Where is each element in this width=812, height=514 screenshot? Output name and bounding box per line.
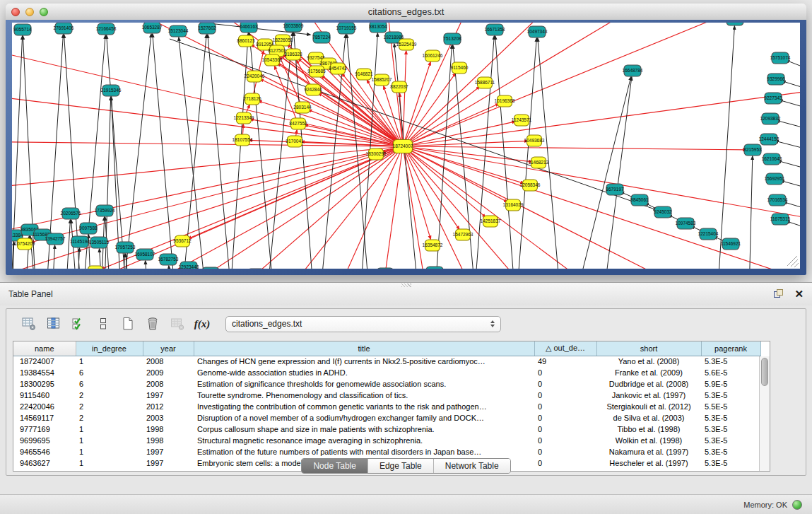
row-options-icon[interactable] (95, 315, 112, 332)
scrollbar-thumb[interactable] (761, 358, 768, 386)
graph-edge[interactable] (319, 93, 403, 146)
graph-node[interactable]: 9097588 (79, 223, 98, 234)
graph-node[interactable]: 8822037 (390, 81, 408, 93)
graph-node[interactable]: 15886711 (475, 77, 495, 88)
network-graph[interactable]: 9055714276914061216645810653287151230441… (12, 23, 800, 269)
table-row[interactable]: 977716911998Corpus callosum shape and si… (13, 424, 760, 435)
graph-edge[interactable] (260, 79, 403, 146)
graph-node[interactable]: 16033809 (283, 23, 304, 32)
graph-edge[interactable] (782, 81, 800, 90)
graph-node[interactable]: 6466163 (240, 23, 258, 33)
table-row[interactable]: 911546021997Tourette syndrome. Phenomeno… (13, 390, 760, 401)
graph-node[interactable]: 10754209 (15, 238, 35, 250)
splitter-grip[interactable] (401, 284, 411, 287)
close-panel-icon[interactable]: ✕ (794, 289, 804, 299)
graph-node[interactable]: 8679197 (606, 184, 624, 195)
zoom-window-button[interactable] (40, 8, 48, 16)
graph-edge[interactable] (403, 146, 746, 150)
function-builder-icon[interactable]: f(x) (194, 315, 211, 332)
graph-node[interactable]: 11145194 (70, 236, 90, 247)
close-window-button[interactable] (11, 8, 20, 16)
table-row[interactable]: 969969511998Structural magnetic resonanc… (13, 435, 760, 446)
graph-node[interactable]: 8813054 (369, 23, 387, 33)
graph-node[interactable]: 9242844 (304, 84, 322, 95)
graph-edge[interactable] (269, 146, 403, 269)
graph-edge[interactable] (62, 220, 70, 269)
graph-node[interactable]: 12058346 (520, 180, 541, 191)
graph-node[interactable]: 9845061 (630, 194, 649, 206)
graph-node[interactable]: 8454743 (329, 63, 347, 74)
column-header-name[interactable]: name (13, 341, 76, 356)
graph-node[interactable]: 11985324 (725, 23, 746, 25)
graph-node[interactable]: 15885207 (372, 74, 392, 86)
graph-node[interactable]: 7857224 (312, 32, 331, 43)
graph-node[interactable]: 17016534 (767, 194, 788, 206)
show-columns-icon[interactable] (45, 315, 62, 332)
graph-node[interactable]: 8427552 (289, 118, 307, 129)
table-row[interactable]: 1830029562008Estimation of significance … (13, 378, 760, 390)
graph-node[interactable]: 13505115 (89, 237, 110, 248)
graph-node[interactable]: 10493683 (524, 135, 545, 146)
graph-node[interactable]: 9463627 (425, 267, 444, 269)
graph-edge[interactable] (226, 33, 248, 269)
graph-edge[interactable] (565, 77, 631, 269)
column-header-short[interactable]: short (596, 341, 701, 356)
graph-node[interactable]: 11546921 (721, 238, 741, 250)
column-header-pagerank[interactable]: pagerank (701, 341, 760, 356)
graph-edge[interactable] (779, 100, 800, 110)
tab-node-table[interactable]: Node Table (302, 459, 368, 473)
graph-node[interactable]: 27691406 (54, 23, 74, 34)
resize-grip-icon[interactable] (787, 256, 799, 267)
graph-edge[interactable] (403, 23, 800, 146)
graph-edge[interactable] (778, 160, 800, 170)
graph-node[interactable]: 9245032 (654, 206, 672, 218)
graph-node[interactable]: 18107554 (233, 134, 253, 146)
graph-node[interactable]: 16782753 (158, 254, 179, 265)
graph-edge[interactable] (208, 35, 237, 269)
float-panel-icon[interactable] (774, 289, 784, 299)
graph-node[interactable]: 9175685 (307, 66, 326, 77)
graph-edge[interactable] (403, 146, 800, 226)
graph-edge[interactable] (403, 23, 601, 146)
graph-node[interactable]: 12923448 (179, 262, 199, 269)
graph-node[interactable]: 7513208 (443, 33, 461, 45)
graph-edge[interactable] (170, 39, 657, 210)
network-window-titlebar[interactable]: citations_edges.txt (6, 4, 806, 21)
graph-edge[interactable] (49, 245, 55, 269)
graph-node[interactable]: 11243571 (512, 115, 532, 126)
graph-node[interactable]: 13942757 (45, 233, 66, 245)
graph-edge[interactable] (153, 34, 180, 269)
graph-node[interactable]: 20206576 (61, 208, 81, 219)
graph-node[interactable]: 16648784 (623, 65, 643, 76)
graph-node[interactable]: 18724007 (393, 140, 413, 153)
graph-node[interactable]: 15751074 (770, 52, 791, 64)
delete-column-icon[interactable] (144, 315, 161, 332)
graph-node[interactable]: 21915346 (101, 85, 122, 96)
graph-edge[interactable] (777, 120, 800, 130)
graph-node[interactable]: 9536712 (173, 235, 192, 247)
graph-node[interactable]: 2803144 (293, 102, 312, 113)
graph-edge[interactable] (775, 141, 800, 151)
table-row[interactable]: 946554611997Estimation of the future num… (13, 446, 760, 457)
column-header-title[interactable]: title (194, 341, 534, 356)
graph-node[interactable]: 16354872 (423, 240, 443, 251)
graph-node[interactable]: 9699695 (201, 267, 220, 269)
graph-edge[interactable] (261, 33, 293, 269)
graph-node[interactable]: 11468213 (529, 157, 549, 168)
graph-node[interactable]: 9055714 (13, 24, 32, 35)
table-row[interactable]: 1456911722003Disruption of a novel membe… (13, 412, 760, 424)
graph-node[interactable]: 17359924 (95, 205, 115, 216)
graph-edge[interactable] (107, 35, 131, 269)
graph-node[interactable]: 13164029 (503, 199, 524, 211)
graph-node[interactable]: 1527602 (198, 23, 216, 34)
vertical-scrollbar[interactable] (759, 356, 770, 471)
graph-node[interactable]: 8215953 (743, 144, 762, 156)
graph-node[interactable]: 10974583 (676, 218, 696, 229)
graph-node[interactable]: 9227343 (764, 93, 782, 104)
graph-edge[interactable] (403, 146, 728, 269)
select-columns-icon[interactable] (70, 315, 87, 332)
graph-node[interactable]: 16210643 (762, 153, 782, 165)
graph-node[interactable]: 15692951 (765, 173, 785, 185)
graph-edge[interactable] (781, 180, 800, 189)
graph-node[interactable]: 10719155 (336, 23, 357, 34)
